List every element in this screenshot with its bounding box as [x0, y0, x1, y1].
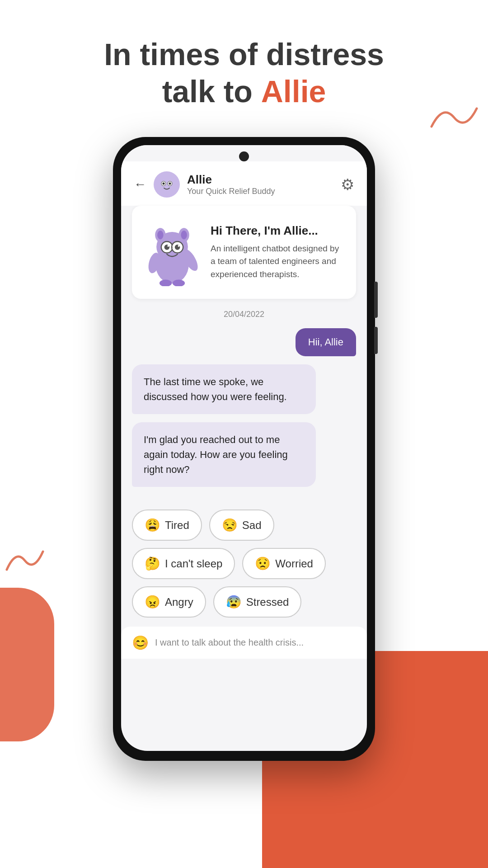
chip-sad[interactable]: 😒 Sad: [209, 509, 274, 541]
intro-title: Hi There, I'm Allie...: [211, 224, 345, 238]
bot-bubble-2: I'm glad you reached out to me again tod…: [132, 422, 316, 487]
intro-description: An intelligent chatbot designed by a tea…: [211, 242, 345, 281]
side-button-2: [374, 327, 378, 354]
svg-point-17: [178, 245, 180, 247]
intro-text: Hi There, I'm Allie... An intelligent ch…: [211, 224, 345, 281]
header-name: Allie: [187, 173, 275, 187]
bot-message-2: I'm glad you reached out to me again tod…: [132, 422, 356, 487]
stressed-emoji: 😰: [226, 594, 242, 609]
date-divider: 20/04/2022: [132, 310, 356, 319]
bot-message-1: The last time we spoke, we discussed how…: [132, 364, 356, 414]
input-emoji: 😊: [132, 635, 149, 651]
worried-emoji: 😟: [255, 556, 271, 571]
back-button[interactable]: ←: [134, 177, 146, 192]
input-bar: 😊 I want to talk about the health crisis…: [121, 627, 367, 659]
header-left: ← Allie Your Q: [134, 171, 275, 198]
avatar: [154, 171, 180, 198]
chip-angry[interactable]: 😠 Angry: [132, 586, 206, 618]
chip-tired[interactable]: 😩 Tired: [132, 509, 202, 541]
chip-worried[interactable]: 😟 Worried: [242, 548, 326, 579]
intro-card: Hi There, I'm Allie... An intelligent ch…: [132, 206, 356, 299]
chip-stressed[interactable]: 😰 Stressed: [213, 586, 302, 618]
angry-label: Angry: [165, 596, 193, 609]
camera-dot: [239, 151, 249, 161]
page-heading: In times of distress talk to Allie: [0, 0, 488, 137]
svg-point-10: [181, 231, 187, 239]
svg-point-16: [167, 245, 169, 247]
cant-sleep-label: I can't sleep: [165, 557, 222, 570]
heading-highlight: Allie: [261, 74, 326, 108]
app-header: ← Allie Your Q: [121, 161, 367, 206]
header-subtitle: Your Quick Relief Buddy: [187, 187, 275, 196]
phone-screen: ← Allie Your Q: [121, 145, 367, 751]
sad-label: Sad: [242, 519, 262, 532]
angry-emoji: 😠: [145, 594, 160, 609]
user-message: Hii, Allie: [132, 328, 356, 356]
settings-icon[interactable]: ⚙: [341, 175, 354, 193]
tired-emoji: 😩: [145, 518, 160, 533]
heading-line1: In times of distress: [104, 37, 384, 71]
phone-frame: ← Allie Your Q: [113, 137, 375, 761]
phone-wrapper: ← Allie Your Q: [0, 137, 488, 761]
sad-emoji: 😒: [222, 518, 238, 533]
heading-line2: talk to: [162, 74, 261, 108]
bot-bubble-1: The last time we spoke, we discussed how…: [132, 364, 316, 414]
cant-sleep-emoji: 🤔: [145, 556, 160, 571]
user-bubble: Hii, Allie: [296, 328, 356, 356]
tired-label: Tired: [165, 519, 189, 532]
allie-mascot: [143, 218, 202, 286]
svg-point-0: [156, 174, 178, 195]
header-info: Allie Your Quick Relief Buddy: [187, 173, 275, 196]
svg-point-3: [163, 183, 165, 185]
phone-notch: [121, 145, 367, 161]
input-placeholder[interactable]: I want to talk about the health crisis..…: [155, 637, 356, 648]
side-button-1: [374, 282, 378, 318]
svg-point-4: [169, 183, 171, 185]
chat-area: Hi There, I'm Allie... An intelligent ch…: [121, 206, 367, 506]
feeling-chips: 😩 Tired 😒 Sad 🤔 I can't sleep 😟 Worried …: [121, 506, 367, 627]
stressed-label: Stressed: [246, 596, 289, 609]
chip-cant-sleep[interactable]: 🤔 I can't sleep: [132, 548, 235, 579]
svg-point-9: [157, 231, 164, 239]
worried-label: Worried: [275, 557, 313, 570]
